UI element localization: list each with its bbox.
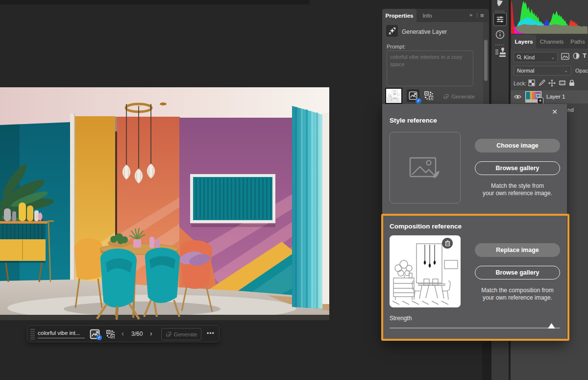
panel-menu-icon[interactable]: ≡ xyxy=(480,12,484,19)
lock-paint-icon[interactable] xyxy=(539,79,545,86)
blend-mode-value: Normal xyxy=(517,68,534,74)
generate-label: Generate xyxy=(451,94,475,100)
taskbar-prompt-input[interactable]: colorful vibe int... xyxy=(38,330,85,338)
info-icon xyxy=(495,30,505,39)
clone-source-panel-icon[interactable] xyxy=(491,47,509,59)
next-variation-button[interactable]: › xyxy=(150,329,152,337)
collapse-panel-icon[interactable]: » xyxy=(469,12,472,18)
generate-label: Generate xyxy=(174,331,197,337)
composition-browse-gallery-button[interactable]: Browse gallery xyxy=(475,266,560,279)
composition-reference-title: Composition reference xyxy=(390,223,462,230)
opacity-label: Opac xyxy=(575,68,588,74)
strip-grip xyxy=(495,44,505,46)
filter-pixel-layers-icon[interactable] xyxy=(561,52,569,60)
interior-scene xyxy=(0,87,329,320)
reference-dialog: ✕ Style reference Choose image Browse ga… xyxy=(382,104,567,341)
style-applied-check-badge: ✓ xyxy=(416,98,421,104)
variation-counter: 3/60 xyxy=(131,330,143,337)
contextual-taskbar[interactable]: colorful vibe int... ✓ ‹ 3/60 › Generate… xyxy=(27,325,220,342)
lock-label: Lock: xyxy=(514,80,526,86)
taskbar-drag-handle-icon[interactable] xyxy=(30,329,35,339)
layer-name[interactable]: Layer 1 xyxy=(546,94,565,100)
filter-type-layers-icon[interactable]: T xyxy=(583,52,587,59)
style-applied-check-badge: ✓ xyxy=(97,335,102,340)
visibility-eye-icon[interactable] xyxy=(514,94,521,100)
replace-image-button[interactable]: Replace image xyxy=(475,243,560,257)
generate-icon xyxy=(166,331,172,337)
lock-artboard-icon[interactable] xyxy=(559,79,566,86)
document-area-top-strip xyxy=(0,0,310,4)
composition-caption-line2: your own reference image. xyxy=(468,294,566,302)
filter-label: Kind xyxy=(524,54,535,60)
style-caption-line1: Match the style from xyxy=(468,182,566,190)
panel-gap xyxy=(482,342,491,380)
properties-generate-button[interactable]: Generate xyxy=(439,90,479,103)
tab-info[interactable]: Info xyxy=(416,9,438,22)
style-reference-button[interactable]: ✓ xyxy=(407,89,419,102)
histogram-panel xyxy=(511,0,588,34)
layer-thumbnail[interactable]: ✦ xyxy=(525,91,541,102)
close-icon[interactable]: ✕ xyxy=(550,107,559,116)
properties-tabbar: Properties Info » | ≡ xyxy=(382,9,489,22)
strength-slider-handle[interactable] xyxy=(548,323,555,329)
composition-reference-button[interactable] xyxy=(424,91,433,100)
layers-tabbar: Layers Channels Paths xyxy=(511,35,588,49)
style-reference-title: Style reference xyxy=(390,117,437,124)
composition-caption-line1: Match the composition from xyxy=(468,287,566,294)
tab-layers[interactable]: Layers xyxy=(512,35,536,49)
style-caption: Match the style from your own reference … xyxy=(468,182,566,197)
properties-panel: Properties Info » | ≡ Generative Layer P… xyxy=(382,9,489,104)
canvas-generated-image[interactable] xyxy=(0,87,329,320)
panel-scrollbar[interactable] xyxy=(484,40,488,81)
blend-mode-dropdown[interactable]: Normal ⌄ xyxy=(514,66,571,76)
lock-transparency-icon[interactable] xyxy=(528,79,535,86)
prompt-textarea[interactable]: colorful vibe interiors in a cozy space xyxy=(387,51,473,86)
sliders-icon xyxy=(496,15,504,24)
generative-layer-icon xyxy=(386,25,398,37)
trash-icon xyxy=(445,240,450,246)
prompt-label: Prompt: xyxy=(387,44,406,50)
tabbar-divider: | xyxy=(476,12,478,18)
more-options-button[interactable]: ••• xyxy=(207,330,215,337)
strength-label: Strength xyxy=(390,315,412,322)
strip-grip xyxy=(495,10,505,12)
layer-filter-dropdown[interactable]: Kind ⌄ xyxy=(514,52,558,62)
lock-position-icon[interactable] xyxy=(548,79,556,87)
taskbar-generate-button[interactable]: Generate xyxy=(161,328,201,340)
rgb-histogram xyxy=(511,0,588,34)
previous-variation-button[interactable]: ‹ xyxy=(122,329,124,337)
chevron-down-icon: ⌄ xyxy=(564,68,568,73)
style-image-placeholder[interactable] xyxy=(390,132,461,203)
choose-image-button[interactable]: Choose image xyxy=(475,139,560,152)
search-icon xyxy=(516,54,522,60)
filter-adjustment-layers-icon[interactable] xyxy=(573,52,580,59)
style-browse-gallery-button[interactable]: Browse gallery xyxy=(475,161,560,175)
properties-content: Generative Layer Prompt: colorful vibe i… xyxy=(382,22,489,104)
background-layer-name-partial: nd xyxy=(567,107,574,113)
info-panel-icon[interactable] xyxy=(491,30,509,39)
tab-paths[interactable]: Paths xyxy=(567,35,588,49)
strength-slider-track[interactable] xyxy=(390,328,560,329)
layer-type-label: Generative Layer xyxy=(402,28,447,35)
tool-icon-partial[interactable] xyxy=(496,0,505,7)
lock-all-icon[interactable] xyxy=(569,79,575,86)
layer-row-selected[interactable]: ✦ Layer 1 xyxy=(511,90,588,103)
stamp-icon xyxy=(495,47,506,59)
composition-reference-icon[interactable] xyxy=(106,330,115,338)
composition-thumbnail-small[interactable] xyxy=(385,88,402,104)
composition-caption: Match the composition from your own refe… xyxy=(468,287,566,302)
generate-icon xyxy=(443,94,449,100)
delete-reference-button[interactable] xyxy=(442,238,453,249)
properties-panel-icon-active[interactable] xyxy=(493,13,507,26)
tab-channels[interactable]: Channels xyxy=(538,35,565,49)
chevron-down-icon: ⌄ xyxy=(551,55,555,60)
tab-properties[interactable]: Properties xyxy=(382,9,416,22)
image-placeholder-icon xyxy=(409,155,441,180)
style-caption-line2: your own reference image. xyxy=(468,190,566,197)
